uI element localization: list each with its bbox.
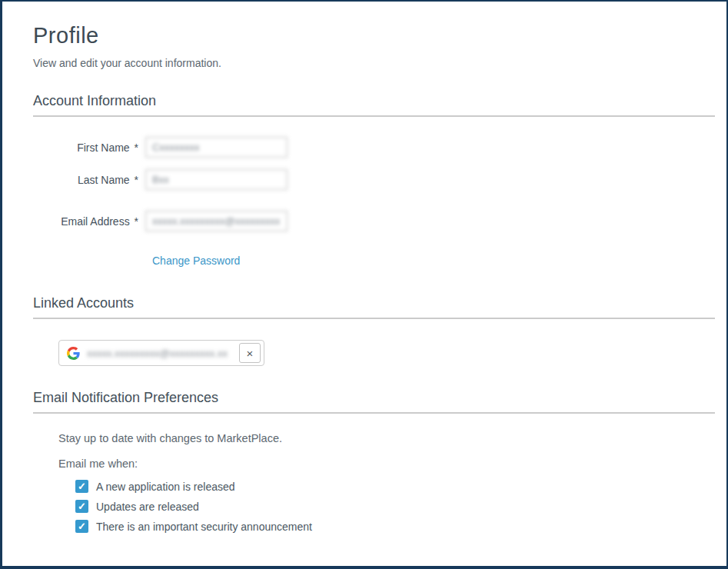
checkbox-updates-released[interactable]: ✓: [75, 500, 88, 513]
linked-account-email: xxxxx.xxxxxxxxx@xxxxxxxxx.xx: [87, 348, 231, 359]
email-address-input[interactable]: [145, 211, 288, 231]
email-preferences-description: Stay up to date with changes to MarketPl…: [58, 432, 715, 444]
account-form: First Name * Last Name * Email Address *: [33, 137, 715, 231]
email-address-label: Email Address *: [33, 215, 145, 228]
option-security-announcement: ✓ There is an important security announc…: [75, 520, 715, 533]
page-content: Profile View and edit your account infor…: [2, 2, 726, 569]
last-name-label-text: Last Name: [78, 174, 130, 186]
email-preferences-prompt: Email me when:: [58, 458, 715, 470]
checkbox-security-announcement[interactable]: ✓: [75, 520, 88, 533]
checkmark-icon: ✓: [78, 521, 86, 532]
checkmark-icon: ✓: [78, 501, 86, 512]
checkmark-icon: ✓: [78, 481, 86, 492]
email-preferences-options: ✓ A new application is released ✓ Update…: [75, 480, 715, 533]
google-icon: [67, 347, 80, 360]
unlink-account-button[interactable]: ×: [239, 343, 261, 363]
required-asterisk: *: [135, 141, 138, 154]
email-address-label-text: Email Address: [61, 215, 129, 228]
section-linked-accounts: Linked Accounts xxxxx.xxxxxxxxx@xxxxxxxx…: [33, 295, 715, 366]
first-name-label: First Name *: [33, 141, 145, 154]
option-label: Updates are released: [96, 501, 199, 513]
email-preferences-heading: Email Notification Preferences: [33, 390, 715, 414]
option-new-application: ✓ A new application is released: [75, 480, 715, 493]
required-asterisk: *: [135, 215, 138, 228]
section-account-information: Account Information First Name * Last Na…: [33, 93, 715, 268]
required-asterisk: *: [135, 174, 138, 186]
section-email-preferences: Email Notification Preferences Stay up t…: [33, 390, 715, 533]
page-subtitle: View and edit your account information.: [33, 57, 715, 69]
linked-account-chip: xxxxx.xxxxxxxxx@xxxxxxxxx.xx ×: [58, 340, 264, 366]
checkbox-new-application[interactable]: ✓: [75, 480, 88, 493]
profile-page: Profile View and edit your account infor…: [0, 0, 728, 569]
close-icon: ×: [247, 348, 254, 359]
linked-accounts-heading: Linked Accounts: [33, 295, 715, 319]
last-name-input[interactable]: [145, 169, 288, 190]
last-name-label: Last Name *: [33, 174, 145, 186]
option-updates-released: ✓ Updates are released: [75, 500, 715, 513]
change-password-link[interactable]: Change Password: [152, 255, 240, 267]
option-label: A new application is released: [96, 481, 235, 493]
email-address-row: Email Address *: [33, 211, 715, 231]
account-information-heading: Account Information: [33, 93, 715, 117]
page-title: Profile: [33, 23, 715, 48]
first-name-label-text: First Name: [77, 141, 129, 154]
option-label: There is an important security announcem…: [96, 521, 312, 533]
first-name-input[interactable]: [145, 137, 288, 158]
first-name-row: First Name *: [33, 137, 715, 158]
last-name-row: Last Name *: [33, 169, 715, 190]
